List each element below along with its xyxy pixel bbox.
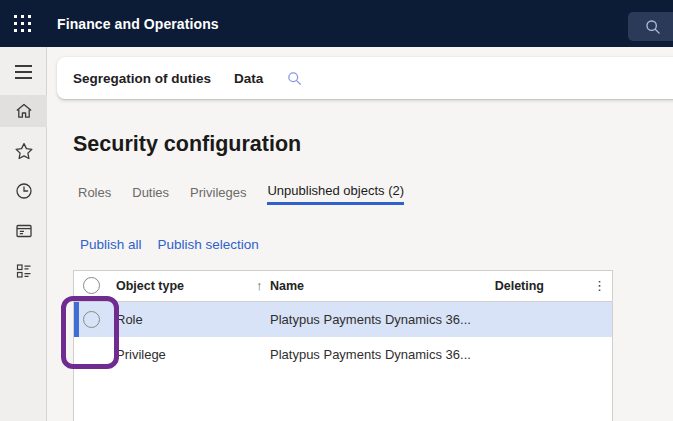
column-header-name[interactable]: Name bbox=[270, 279, 304, 293]
cell-object-type: Privilege bbox=[116, 347, 166, 362]
tab-privileges[interactable]: Privileges bbox=[190, 183, 246, 205]
app-header: Finance and Operations bbox=[0, 0, 673, 47]
app-launcher-button[interactable] bbox=[0, 0, 44, 47]
search-icon bbox=[644, 18, 662, 36]
modules-icon bbox=[14, 261, 34, 281]
clock-icon bbox=[14, 181, 34, 201]
page-title: Security configuration bbox=[73, 132, 301, 157]
nav-item-segregation-of-duties[interactable]: Segregation of duties bbox=[73, 71, 211, 86]
publish-all-link[interactable]: Publish all bbox=[80, 237, 142, 252]
row-selection-accent bbox=[74, 302, 79, 337]
menu-search-button[interactable] bbox=[286, 70, 303, 87]
table-header-row: Object type ↑ Name Deleting ⋮ bbox=[74, 271, 612, 302]
search-icon bbox=[286, 70, 303, 87]
cell-name: Platypus Payments Dynamics 36... bbox=[270, 312, 471, 327]
menu-bar: Segregation of duties Data bbox=[57, 57, 673, 99]
cell-name: Platypus Payments Dynamics 36... bbox=[270, 347, 471, 362]
hamburger-menu-icon bbox=[15, 65, 32, 79]
unpublished-objects-table: Object type ↑ Name Deleting ⋮ Role Platy… bbox=[73, 270, 613, 421]
publish-selection-link[interactable]: Publish selection bbox=[158, 237, 259, 252]
top-search-button[interactable] bbox=[628, 12, 673, 41]
tab-unpublished-objects[interactable]: Unpublished objects (2) bbox=[267, 183, 404, 205]
home-icon bbox=[14, 101, 34, 121]
workspaces-icon bbox=[14, 221, 34, 241]
sidebar-item-recent[interactable] bbox=[0, 175, 47, 207]
more-options-icon[interactable]: ⋮ bbox=[593, 278, 606, 293]
waffle-icon bbox=[14, 15, 31, 32]
sort-ascending-icon[interactable]: ↑ bbox=[256, 278, 263, 293]
sidebar-item-modules[interactable] bbox=[0, 255, 47, 287]
tab-bar: Roles Duties Privileges Unpublished obje… bbox=[78, 183, 404, 205]
table-row[interactable]: Privilege Platypus Payments Dynamics 36.… bbox=[74, 337, 612, 372]
column-header-object-type[interactable]: Object type bbox=[116, 279, 184, 293]
cell-object-type: Role bbox=[116, 312, 143, 327]
row-checkbox[interactable] bbox=[83, 311, 100, 328]
tab-duties[interactable]: Duties bbox=[132, 183, 169, 205]
select-all-checkbox[interactable] bbox=[83, 277, 100, 294]
nav-item-data[interactable]: Data bbox=[234, 71, 263, 86]
column-header-deleting[interactable]: Deleting bbox=[495, 279, 544, 293]
sidebar bbox=[0, 47, 47, 421]
sidebar-item-favorites[interactable] bbox=[0, 135, 47, 167]
screen: Finance and Operations bbox=[0, 0, 673, 421]
table-row[interactable]: Role Platypus Payments Dynamics 36... bbox=[74, 302, 612, 337]
sidebar-item-workspaces[interactable] bbox=[0, 215, 47, 247]
hamburger-menu-button[interactable] bbox=[0, 57, 47, 87]
tab-roles[interactable]: Roles bbox=[78, 183, 111, 205]
action-bar: Publish all Publish selection bbox=[80, 237, 259, 252]
sidebar-item-home[interactable] bbox=[0, 95, 47, 127]
app-title: Finance and Operations bbox=[57, 16, 219, 32]
star-icon bbox=[14, 141, 34, 161]
